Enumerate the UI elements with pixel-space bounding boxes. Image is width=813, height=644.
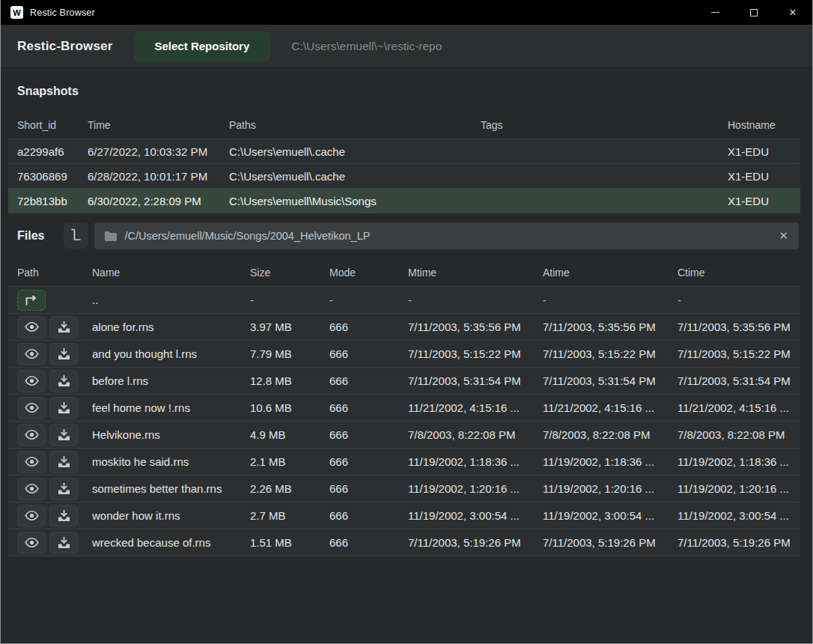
preview-file-button[interactable] (17, 424, 46, 446)
file-ctime: 7/11/2003, 5:35:56 PM (678, 321, 800, 333)
file-mtime: 7/11/2003, 5:15:22 PM (408, 347, 543, 360)
preview-file-button[interactable] (17, 316, 46, 338)
file-atime: 7/11/2003, 5:31:54 PM (543, 374, 678, 387)
snapshot-paths: C:\Users\emuell\.cache (229, 170, 481, 183)
app-name: Restic-Browser (17, 39, 113, 54)
file-mtime: - (408, 294, 543, 306)
file-ctime: 11/19/2002, 1:18:36 ... (678, 455, 800, 468)
file-mtime: 7/8/2003, 8:22:08 PM (408, 428, 543, 441)
preview-file-button[interactable] (17, 343, 46, 365)
file-row-actions (17, 343, 92, 365)
file-row[interactable]: alone for.rns3.97 MB6667/11/2003, 5:35:5… (8, 314, 800, 341)
file-row[interactable]: feel home now !.rns10.6 MB66611/21/2002,… (8, 395, 800, 422)
toggle-tree-view-button[interactable] (64, 223, 88, 249)
files-table: Path Name Size Mode Mtime Atime Ctime ..… (8, 259, 800, 556)
file-size: 2.7 MB (250, 509, 329, 522)
snapshots-table-header: Short_id Time Paths Tags Hostname (8, 112, 800, 139)
eye-icon (24, 348, 40, 359)
column-header-time: Time (88, 119, 229, 131)
file-size: 1.51 MB (250, 536, 329, 549)
file-size: 10.6 MB (250, 401, 329, 414)
file-atime: 11/21/2002, 4:15:16 ... (543, 401, 678, 414)
file-mtime: 11/21/2002, 4:15:16 ... (408, 401, 543, 414)
file-path-field[interactable]: /C/Users/emuell/Music/Songs/2004_Helveti… (94, 222, 799, 249)
restore-file-button[interactable] (49, 343, 78, 365)
select-repository-button[interactable]: Select Repository (134, 31, 271, 61)
restore-file-button[interactable] (49, 532, 78, 554)
download-icon (58, 321, 70, 333)
restore-file-button[interactable] (49, 478, 78, 500)
eye-icon (24, 456, 40, 467)
file-row[interactable]: wonder how it.rns2.7 MB66611/19/2002, 3:… (8, 502, 800, 529)
snapshot-row[interactable]: 763068696/28/2022, 10:01:17 PMC:\Users\e… (8, 164, 800, 189)
close-button[interactable]: ✕ (773, 0, 812, 25)
eye-icon (24, 429, 40, 440)
go-to-parent-button[interactable] (17, 290, 46, 311)
file-mtime: 11/19/2002, 1:18:36 ... (408, 455, 543, 468)
file-row[interactable]: wrecked because of.rns1.51 MB6667/11/200… (8, 529, 800, 556)
restore-file-button[interactable] (49, 316, 78, 338)
file-atime: 7/11/2003, 5:15:22 PM (543, 347, 678, 360)
restore-file-button[interactable] (49, 397, 78, 419)
file-atime: 7/11/2003, 5:19:26 PM (543, 536, 678, 549)
preview-file-button[interactable] (17, 532, 46, 554)
file-row[interactable]: sometimes better than.rns2.26 MB66611/19… (8, 476, 800, 502)
snapshot-row[interactable]: 72b813bb6/30/2022, 2:28:09 PMC:\Users\em… (8, 189, 800, 213)
file-name: .. (92, 294, 250, 306)
preview-file-button[interactable] (17, 451, 46, 473)
download-icon (58, 510, 70, 522)
file-mode: 666 (329, 347, 408, 360)
minimize-button[interactable] (695, 0, 734, 25)
file-mode: 666 (329, 374, 408, 387)
preview-file-button[interactable] (17, 370, 46, 392)
file-mode: 666 (329, 482, 408, 495)
restore-file-button[interactable] (49, 505, 78, 527)
file-row[interactable]: before l.rns12.8 MB6667/11/2003, 5:31:54… (8, 368, 800, 395)
file-name: Helvikone.rns (92, 428, 250, 441)
restore-file-button[interactable] (49, 424, 78, 446)
preview-file-button[interactable] (17, 505, 46, 527)
file-mtime: 7/11/2003, 5:35:56 PM (408, 321, 543, 333)
snapshot-hostname: X1-EDU (728, 170, 800, 183)
file-name: feel home now !.rns (92, 401, 250, 414)
download-icon (58, 483, 70, 495)
file-name: wonder how it.rns (92, 509, 250, 522)
parent-directory-row[interactable]: ..----- (8, 287, 800, 314)
file-row[interactable]: and you thought l.rns7.79 MB6667/11/2003… (8, 341, 800, 368)
file-name: moskito he said.rns (92, 455, 250, 468)
file-name: before l.rns (92, 374, 250, 387)
file-row[interactable]: moskito he said.rns2.1 MB66611/19/2002, … (8, 449, 800, 476)
snapshot-time: 6/28/2022, 10:01:17 PM (88, 170, 229, 183)
preview-file-button[interactable] (17, 478, 46, 500)
clear-path-button[interactable]: ✕ (779, 229, 788, 243)
column-header-short-id: Short_id (17, 119, 88, 131)
restore-file-button[interactable] (49, 451, 78, 473)
snapshot-row[interactable]: a2299af66/27/2022, 10:03:32 PMC:\Users\e… (8, 139, 800, 164)
file-ctime: 11/19/2002, 1:20:16 ... (678, 482, 800, 495)
file-row[interactable]: Helvikone.rns4.9 MB6667/8/2003, 8:22:08 … (8, 422, 800, 449)
parent-directory-icon (24, 295, 39, 306)
tree-view-icon (70, 228, 82, 243)
file-name: wrecked because of.rns (92, 536, 250, 549)
file-atime: 11/19/2002, 3:00:54 ... (543, 509, 678, 522)
file-name: alone for.rns (92, 321, 250, 333)
file-mode: 666 (329, 428, 408, 441)
restore-file-button[interactable] (49, 370, 78, 392)
file-mode: - (329, 294, 408, 306)
preview-file-button[interactable] (17, 397, 46, 419)
file-size: 4.9 MB (250, 428, 329, 441)
file-mtime: 7/11/2003, 5:19:26 PM (408, 536, 543, 549)
file-row-actions (17, 478, 92, 500)
column-header-hostname: Hostname (728, 119, 800, 131)
column-header-tags: Tags (481, 119, 728, 131)
column-header-path: Path (17, 267, 92, 279)
download-icon (58, 348, 70, 360)
current-path-text: /C/Users/emuell/Music/Songs/2004_Helveti… (124, 230, 370, 242)
titlebar: W Restic Browser ✕ (1, 0, 812, 25)
restic-browser-window: W Restic Browser ✕ Restic-Browser Select… (0, 0, 813, 644)
file-atime: - (543, 294, 678, 306)
snapshot-paths: C:\Users\emuell\Music\Songs (229, 195, 481, 207)
files-heading: Files (17, 229, 44, 243)
file-size: - (250, 294, 329, 306)
maximize-button[interactable] (734, 0, 773, 25)
